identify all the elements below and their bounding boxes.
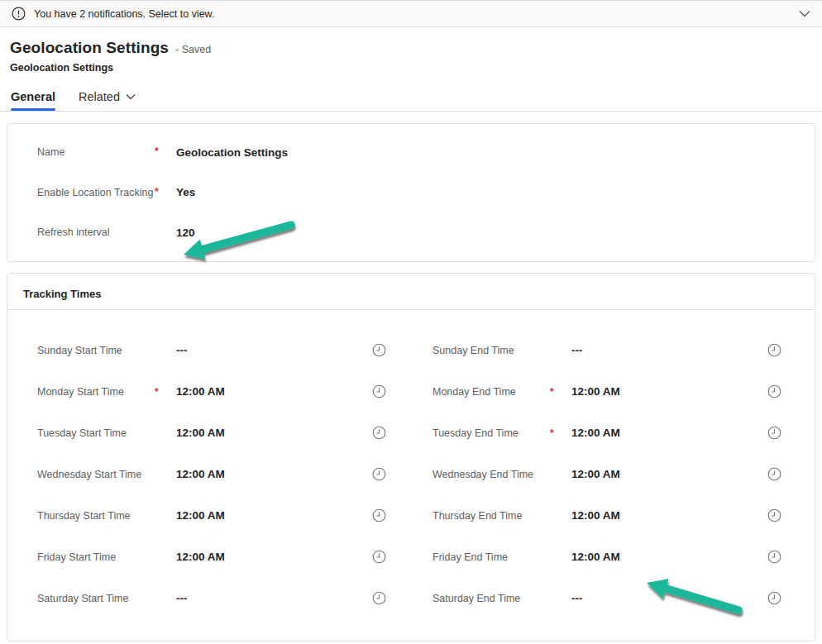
time-field-row: Saturday Start Time*--- [37, 578, 386, 619]
time-field-row: Thursday End Time*12:00 AM [433, 495, 781, 537]
field-label: Wednesday End Time [433, 468, 550, 481]
start-times-column: Sunday Start Time*---Monday Start Time*1… [37, 330, 386, 619]
clock-icon[interactable] [372, 591, 386, 605]
record-subtitle: Geolocation Settings [10, 62, 812, 74]
field-row: Name*Geolocation Settings [37, 144, 798, 161]
field-label: Monday Start Time [37, 385, 155, 398]
time-field-row: Thursday Start Time*12:00 AM [37, 495, 386, 537]
time-field-row: Sunday Start Time*--- [37, 330, 386, 371]
section-title: Tracking Times [7, 274, 815, 309]
field-label: Saturday Start Time [37, 592, 155, 605]
tab-general[interactable]: General [11, 90, 55, 111]
end-times-column: Sunday End Time*---Monday End Time*12:00… [433, 330, 781, 619]
field-label: Friday Start Time [37, 551, 155, 564]
field-value[interactable]: 12:00 AM [571, 551, 767, 563]
field-value[interactable]: Geolocation Settings [176, 144, 798, 161]
notification-bar[interactable]: You have 2 notifications. Select to view… [0, 0, 822, 27]
clock-icon[interactable] [767, 426, 781, 440]
field-label: Refresh interval [37, 224, 155, 241]
form-content: Name*Geolocation SettingsEnable Location… [0, 112, 822, 642]
tab-related[interactable]: Related [79, 90, 136, 111]
required-asterisk: * [550, 386, 571, 398]
time-field-row: Saturday End Time*--- [433, 578, 781, 619]
time-field-row: Tuesday Start Time*12:00 AM [37, 413, 386, 454]
field-label: Thursday Start Time [37, 509, 155, 522]
field-value[interactable]: 120 [176, 224, 798, 241]
time-field-row: Friday End Time*12:00 AM [433, 537, 781, 578]
field-value[interactable]: --- [571, 592, 767, 604]
clock-icon[interactable] [767, 384, 781, 398]
field-value[interactable]: 12:00 AM [176, 427, 372, 439]
tab-bar: General Related [10, 90, 812, 111]
field-label: Saturday End Time [433, 592, 550, 605]
tab-general-label: General [11, 90, 55, 103]
required-asterisk: * [550, 427, 571, 439]
field-label: Name [37, 144, 155, 161]
field-label: Wednesday Start Time [37, 468, 155, 481]
clock-icon[interactable] [767, 508, 781, 522]
general-fields: Name*Geolocation SettingsEnable Location… [37, 144, 798, 241]
field-row: Enable Location Tracking*Yes [37, 184, 798, 202]
time-field-row: Wednesday Start Time*12:00 AM [37, 454, 386, 495]
required-asterisk: * [155, 184, 176, 202]
clock-icon[interactable] [372, 508, 386, 522]
field-label: Tuesday Start Time [37, 427, 155, 440]
field-value[interactable]: --- [176, 592, 372, 604]
title-row: Geolocation Settings - Saved [10, 39, 812, 57]
time-field-row: Tuesday End Time*12:00 AM [433, 413, 781, 454]
record-header: Geolocation Settings - Saved Geolocation… [0, 27, 822, 111]
clock-icon[interactable] [767, 550, 781, 564]
required-asterisk: * [155, 144, 176, 161]
time-field-row: Sunday End Time*--- [433, 330, 781, 371]
page-title: Geolocation Settings [10, 39, 169, 57]
field-value[interactable]: --- [176, 344, 372, 356]
tab-related-label: Related [79, 90, 120, 103]
field-value[interactable]: --- [571, 344, 767, 356]
field-row: Refresh interval*120 [37, 224, 798, 241]
clock-icon[interactable] [372, 426, 386, 440]
field-value[interactable]: 12:00 AM [176, 551, 372, 563]
clock-icon[interactable] [372, 550, 386, 564]
field-value[interactable]: 12:00 AM [571, 468, 767, 480]
field-label: Sunday End Time [433, 344, 550, 357]
field-value[interactable]: 12:00 AM [176, 509, 372, 522]
time-field-row: Friday Start Time*12:00 AM [37, 537, 386, 578]
chevron-down-icon[interactable] [799, 10, 810, 17]
field-label: Thursday End Time [433, 509, 550, 522]
clock-icon[interactable] [372, 384, 386, 398]
clock-icon[interactable] [767, 467, 781, 481]
clock-icon[interactable] [767, 591, 781, 605]
clock-icon[interactable] [767, 343, 781, 357]
time-field-row: Wednesday End Time*12:00 AM [433, 454, 781, 495]
alert-icon [12, 7, 26, 21]
field-value[interactable]: 12:00 AM [571, 509, 767, 522]
general-section-card: Name*Geolocation SettingsEnable Location… [7, 123, 815, 262]
field-value[interactable]: 12:00 AM [176, 468, 372, 480]
field-label: Friday End Time [433, 551, 550, 564]
geolocation-settings-page: You have 2 notifications. Select to view… [0, 0, 822, 644]
field-label: Enable Location Tracking [37, 184, 155, 202]
required-asterisk: * [155, 386, 176, 398]
time-field-row: Monday End Time*12:00 AM [433, 371, 781, 413]
field-label: Sunday Start Time [37, 344, 155, 357]
clock-icon[interactable] [372, 467, 386, 481]
field-value[interactable]: 12:00 AM [571, 385, 767, 398]
chevron-down-icon [126, 93, 136, 100]
field-label: Tuesday End Time [433, 427, 550, 440]
time-field-row: Monday Start Time*12:00 AM [37, 371, 386, 413]
tracking-times-grid: Sunday Start Time*---Monday Start Time*1… [7, 310, 815, 619]
clock-icon[interactable] [372, 343, 386, 357]
field-value[interactable]: Yes [176, 184, 798, 202]
field-value[interactable]: 12:00 AM [571, 427, 767, 439]
field-value[interactable]: 12:00 AM [176, 385, 372, 398]
notification-text: You have 2 notifications. Select to view… [34, 8, 214, 20]
tracking-times-card: Tracking Times Sunday Start Time*---Mond… [7, 273, 815, 642]
save-status: - Saved [175, 44, 211, 55]
field-label: Monday End Time [433, 385, 550, 398]
